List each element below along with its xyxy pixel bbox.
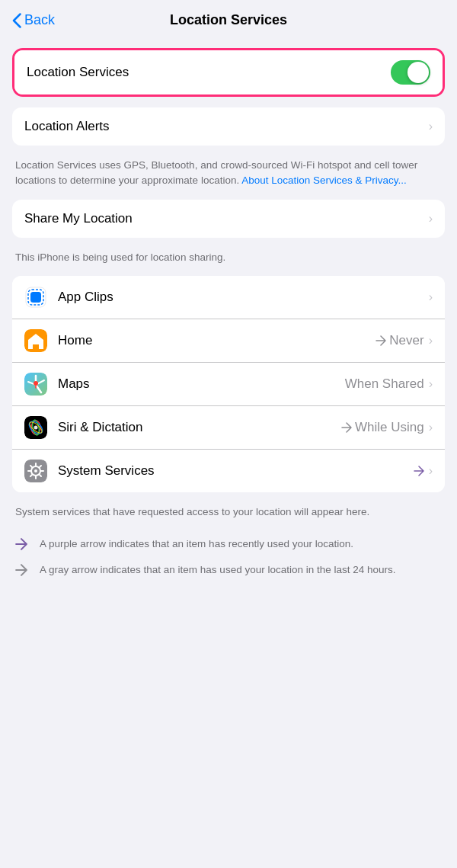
gray-arrow-icon	[15, 564, 32, 581]
system-arrow-icon	[414, 466, 424, 476]
system-services-note: System services that have requested acce…	[0, 500, 457, 530]
location-description: Location Services uses GPS, Bluetooth, a…	[0, 153, 457, 200]
home-value: Never	[376, 333, 423, 348]
legend-section: A purple arrow indicates that an item ha…	[0, 530, 457, 601]
svg-point-8	[34, 381, 38, 386]
home-row[interactable]: Home Never ›	[12, 319, 445, 363]
siri-status: While Using	[355, 420, 424, 435]
siri-arrow-icon	[341, 422, 352, 433]
svg-point-17	[34, 469, 37, 472]
maps-row[interactable]: Maps When Shared ›	[12, 363, 445, 406]
maps-status: When Shared	[345, 376, 424, 392]
location-services-highlight: Location Services	[12, 48, 445, 97]
share-location-row[interactable]: Share My Location ›	[12, 200, 445, 238]
back-button[interactable]: Back	[12, 12, 55, 28]
siri-label: Siri & Dictation	[58, 420, 341, 435]
app-clips-row[interactable]: App Clips ›	[12, 276, 445, 319]
svg-point-14	[34, 425, 38, 429]
purple-arrow-icon	[15, 538, 32, 555]
system-services-label: System Services	[58, 463, 414, 479]
siri-value: While Using	[341, 420, 424, 435]
svg-rect-3	[30, 292, 41, 303]
siri-row[interactable]: Siri & Dictation While Using ›	[12, 406, 445, 450]
system-services-row[interactable]: System Services ›	[12, 450, 445, 492]
page-title: Location Services	[170, 12, 287, 28]
system-services-value	[414, 466, 424, 476]
location-alerts-group: Location Alerts ›	[12, 107, 445, 146]
share-chevron-icon: ›	[429, 212, 433, 226]
app-clips-chevron: ›	[429, 290, 433, 304]
toggle-knob	[407, 62, 429, 83]
app-clips-icon	[24, 286, 47, 309]
maps-icon	[24, 373, 47, 396]
home-status: Never	[389, 333, 423, 348]
app-clips-label: App Clips	[58, 290, 424, 305]
location-services-toggle[interactable]	[391, 60, 430, 85]
location-alerts-label: Location Alerts	[24, 119, 424, 134]
apps-list: App Clips › Home Never ›	[12, 276, 445, 492]
home-chevron: ›	[429, 334, 433, 348]
legend-gray-text: A gray arrow indicates that an item has …	[40, 562, 396, 578]
location-alerts-row[interactable]: Location Alerts ›	[12, 107, 445, 146]
share-location-label: Share My Location	[24, 211, 424, 226]
siri-icon	[24, 416, 47, 439]
maps-value: When Shared	[345, 376, 424, 392]
legend-purple: A purple arrow indicates that an item ha…	[15, 536, 442, 555]
legend-purple-text: A purple arrow indicates that an item ha…	[40, 536, 353, 552]
maps-chevron: ›	[429, 377, 433, 391]
chevron-icon: ›	[429, 120, 433, 133]
location-services-row[interactable]: Location Services	[14, 50, 443, 94]
maps-label: Maps	[58, 376, 345, 392]
header: Back Location Services	[0, 0, 457, 37]
location-services-label: Location Services	[27, 65, 391, 80]
home-label: Home	[58, 333, 376, 348]
home-arrow-icon	[376, 335, 386, 346]
home-icon	[24, 329, 47, 352]
siri-chevron: ›	[429, 421, 433, 434]
privacy-link[interactable]: About Location Services & Privacy...	[241, 175, 407, 186]
system-services-icon	[24, 460, 47, 482]
back-label: Back	[24, 12, 55, 28]
legend-gray: A gray arrow indicates that an item has …	[15, 562, 442, 581]
system-chevron: ›	[429, 464, 433, 478]
share-location-note: This iPhone is being used for location s…	[0, 245, 457, 276]
share-location-group: Share My Location ›	[12, 200, 445, 238]
